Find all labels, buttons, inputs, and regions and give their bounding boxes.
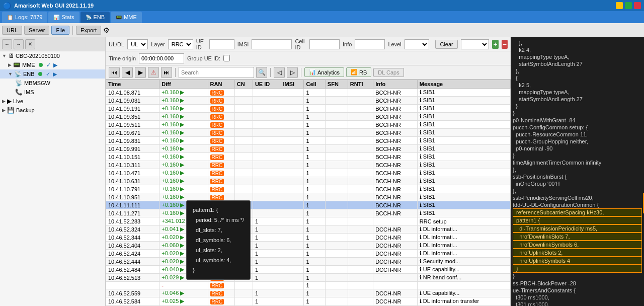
rb-button[interactable]: 📶 RB <box>346 67 371 77</box>
table-row[interactable]: 10.41.10.631 +0.160 ▶ RRC 1 BCCH-NR ℹ SI… <box>106 177 511 185</box>
table-row[interactable]: 10.41.10.311 +0.160 ▶ RRC 1 BCCH-NR ℹ SI… <box>106 161 511 169</box>
go-first-button[interactable]: ⏮ <box>109 67 120 78</box>
table-row[interactable]: 10.46.52.344 +0.020 ▶ RRC 1 1 DCCH-NR ℹ … <box>106 234 511 242</box>
sidebar-item-mme[interactable]: ▶ 📟 MME ✓ ▶ <box>0 60 105 69</box>
tab-enb[interactable]: 📡 ENB <box>80 12 110 23</box>
time-origin-label: Time origin <box>109 55 136 61</box>
layer-select[interactable]: RRC <box>168 39 193 49</box>
add-filter-button[interactable]: + <box>492 40 498 49</box>
sidebar-item-enb[interactable]: ▼ 📡 ENB ✓ ▶ <box>0 69 105 79</box>
level-select[interactable] <box>405 39 430 49</box>
enb-play-icon[interactable]: ▶ <box>53 71 57 78</box>
cell-info: DCCH-NR <box>373 266 418 274</box>
table-row[interactable]: 10.41.09.511 +0.160 ▶ RRC 1 BCCH-NR ℹ SI… <box>106 121 511 129</box>
table-row[interactable]: 10.41.09.671 +0.160 ▶ RRC 1 BCCH-NR ℹ SI… <box>106 129 511 137</box>
analytics-button[interactable]: 📊 Analytics <box>304 67 344 77</box>
warning-button[interactable]: ⚠ <box>148 67 159 78</box>
remove-filter-button[interactable]: − <box>502 40 508 49</box>
ul-dl-select[interactable]: UL DL <box>127 39 148 49</box>
table-row[interactable]: 10.46.52.404 +0.060 ▶ RRC 1 1 DCCH-NR ℹ … <box>106 242 511 250</box>
imsi-input[interactable] <box>252 39 292 49</box>
cell-info: BCCH-NR <box>373 137 418 145</box>
table-row[interactable]: 10.41.09.191 +0.160 ▶ RRC 1 BCCH-NR ℹ SI… <box>106 105 511 113</box>
table-row[interactable]: 10.46.52.484 +0.040 ▶ RRC 1 1 DCCH-NR ℹ … <box>106 266 511 274</box>
tab-mme[interactable]: 📟 MME <box>111 12 142 23</box>
enb-check-icon[interactable]: ✓ <box>46 71 50 78</box>
table-row[interactable]: 10.41.11.111 +0.160 ▶ RRC 1 BCCH-NR ℹ SI… <box>106 201 511 209</box>
close-button[interactable] <box>634 2 641 9</box>
dl-caps-button[interactable]: DL Caps <box>373 68 404 77</box>
settings-icon[interactable]: ⚙ <box>103 26 110 34</box>
table-row[interactable]: 10.46.52.444 +0.020 ▶ RRC 1 1 DCCH-NR ℹ … <box>106 258 511 266</box>
sidebar-item-live[interactable]: ▶ ▶ Live <box>0 97 105 106</box>
cell-imsi <box>281 177 304 185</box>
table-row[interactable]: 10.41.09.991 +0.160 ▶ RRC 1 BCCH-NR ℹ SI… <box>106 145 511 153</box>
ue-id-input[interactable] <box>209 39 234 49</box>
table-row[interactable]: 10.41.11.271 +0.160 ▶ RRC 1 BCCH-NR ℹ SI… <box>106 209 511 217</box>
minimize-button[interactable] <box>616 2 623 9</box>
cell-imsi <box>281 97 304 105</box>
go-prev-button[interactable]: ◀ <box>122 67 133 78</box>
go-last-button[interactable]: ⏭ <box>161 67 172 78</box>
table-row[interactable]: 10.41.10.471 +0.160 ▶ RRC 1 BCCH-NR ℹ SI… <box>106 169 511 177</box>
cell-ran: RRC <box>208 185 234 193</box>
code-line: } <box>513 265 642 273</box>
search-icon-btn[interactable]: 🔍 <box>256 67 267 78</box>
table-row[interactable]: 10.41.10.791 +0.160 ▶ RRC 1 BCCH-NR ℹ SI… <box>106 185 511 193</box>
cell-message: ℹ SIB1 <box>417 121 510 129</box>
cell-time: 10.41.10.151 <box>106 153 159 161</box>
maximize-button[interactable] <box>625 2 632 9</box>
table-row[interactable]: 10.41.09.831 +0.160 ▶ RRC 1 BCCH-NR ℹ SI… <box>106 137 511 145</box>
clear-button[interactable]: Clear <box>435 40 457 49</box>
cell-diff: +0.160 ▶ <box>159 137 208 145</box>
table-row[interactable]: 10.46.52.584 +0.025 ▶ RRC 1 1 DCCH-NR ℹ … <box>106 297 511 305</box>
table-row[interactable]: 10.46.52.559 +0.046 ▶ RRC 1 1 DCCH-NR ℹ … <box>106 289 511 297</box>
tab-stats[interactable]: 📊 Stats <box>48 12 79 23</box>
nav-back-button[interactable]: ← <box>2 39 12 49</box>
sidebar-item-mbmsgw[interactable]: 📡 MBMSGW <box>0 79 105 88</box>
cell-info: BCCH-NR <box>373 201 418 209</box>
table-row[interactable]: 10.46.52.424 +0.020 ▶ RRC 1 1 DCCH-NR ℹ … <box>106 250 511 258</box>
mme-play-icon[interactable]: ▶ <box>53 62 57 68</box>
nav-close-button[interactable]: ✕ <box>25 39 35 49</box>
cell-imsi <box>281 121 304 129</box>
search-input[interactable] <box>179 67 254 78</box>
cell-ue-id <box>253 177 281 185</box>
cell-diff: +0.160 ▶ <box>159 177 208 185</box>
extra-select[interactable] <box>461 39 490 49</box>
server-button[interactable]: Server <box>24 26 49 35</box>
group-ue-id-checkbox[interactable] <box>223 55 230 61</box>
table-row[interactable]: 10.46.52.513 +0.029 ▶ RRC 1 1 ℹ NR band … <box>106 274 511 282</box>
table-row[interactable]: 10.41.08.871 +0.160 ▶ RRC 1 BCCH-NR ℹ SI… <box>106 89 511 97</box>
table-row[interactable]: - RRC 1 <box>106 282 511 289</box>
go-next-button[interactable]: ▶ <box>135 67 146 78</box>
table-row[interactable]: 10.41.09.031 +0.160 ▶ RRC 1 BCCH-NR ℹ SI… <box>106 97 511 105</box>
url-button[interactable]: URL <box>2 26 22 35</box>
code-line: }, <box>513 67 642 74</box>
info-input[interactable] <box>355 39 385 49</box>
code-line: inOneGroup '00'H <box>513 180 642 187</box>
cell-info: DCCH-NR <box>373 250 418 258</box>
file-button[interactable]: File <box>51 26 69 35</box>
cell-cn <box>234 145 253 153</box>
tab-logs[interactable]: 📋 Logs: 7879 <box>2 12 47 23</box>
cell-rnti <box>348 250 373 258</box>
export-button[interactable]: Export <box>76 26 101 35</box>
sidebar-item-ims[interactable]: 📞 IMS <box>0 88 105 97</box>
cell-ue-id: 1 <box>253 242 281 250</box>
sidebar-item-backup[interactable]: ▶ 💾 Backup <box>0 106 105 115</box>
mme-check-icon[interactable]: ✓ <box>46 62 51 68</box>
nav-forward-button[interactable]: → <box>14 39 24 49</box>
table-row[interactable]: 10.41.10.951 +0.160 ▶ RRC 1 BCCH-NR ℹ SI… <box>106 193 511 201</box>
table-row[interactable]: 10.41.09.351 +0.160 ▶ RRC 1 BCCH-NR ℹ SI… <box>106 113 511 121</box>
nav-forward2-button[interactable]: ▷ <box>287 67 298 78</box>
cell-diff: +0.160 ▶ <box>159 161 208 169</box>
time-origin-input[interactable] <box>139 53 184 63</box>
table-row[interactable]: 10.41.52.283 +341.012 ▶ RRC 1 1 RRC setu… <box>106 217 511 225</box>
cell-message <box>417 282 510 289</box>
cell-id-input[interactable] <box>309 39 340 49</box>
table-row[interactable]: 10.41.10.151 +0.160 ▶ RRC 1 BCCH-NR ℹ SI… <box>106 153 511 161</box>
sidebar-item-cbc[interactable]: ▼ 🖥 CBC-2021050100 <box>0 51 105 60</box>
nav-back2-button[interactable]: ◁ <box>274 67 285 78</box>
table-row[interactable]: 10.46.52.324 +0.041 ▶ RRC 1 1 DCCH-NR ℹ … <box>106 225 511 234</box>
